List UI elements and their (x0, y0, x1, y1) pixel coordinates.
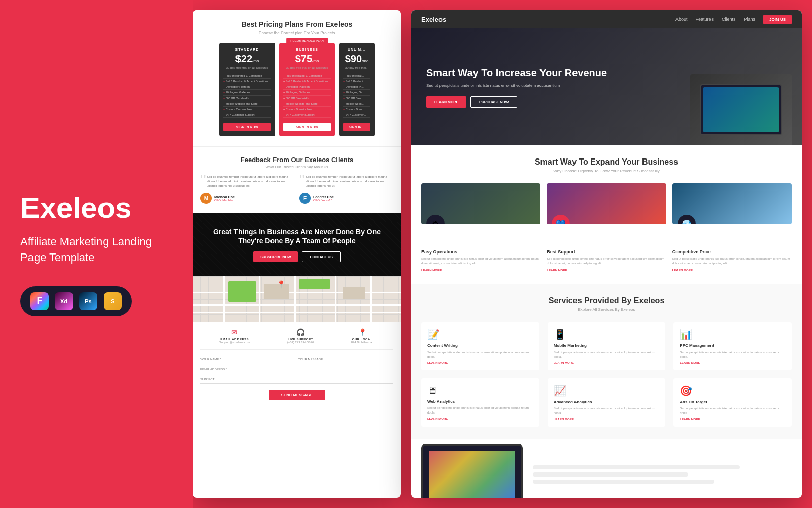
skeleton-line-2 (533, 472, 688, 477)
plan-unlimited-trial: 30 day free trial... (343, 66, 370, 69)
skeleton-line-1 (533, 465, 740, 469)
bc-text-1: Sed ut perspiciatis unde omnis iste natu… (421, 257, 540, 266)
map-green-1 (228, 281, 256, 302)
business-card-img-2: 💙 (547, 183, 666, 224)
service-link-5[interactable]: LEARN MORE (554, 418, 660, 421)
brand-title: Exeleos (20, 192, 173, 224)
service-link-6[interactable]: LEARN MORE (680, 418, 786, 421)
service-link-2[interactable]: LEARN MORE (554, 361, 660, 364)
testimonial-2-author: F Federer Doe CEO: Yours10 (299, 193, 393, 204)
service-title-4: Web Analytics (427, 399, 533, 404)
content-writing-icon: 📝 (427, 328, 533, 340)
plan-business: RECOMMENDED PLAN BUSINESS $75/mo 30 day … (279, 43, 335, 136)
business-card-img-3: 💎 (672, 183, 792, 224)
cta-headline: Great Things In Business Are Never Done … (203, 227, 391, 245)
right-screenshot-content: Exeleos About Features Clients Plans JOI… (411, 10, 802, 498)
nav-joinus-button[interactable]: JOIN US (763, 15, 792, 24)
subject-input[interactable] (200, 376, 393, 384)
contact-email: ✉ EMAIL ADDRESS Support@exeleos.com (219, 328, 250, 344)
service-link-3[interactable]: LEARN MORE (680, 361, 786, 364)
author-2-role: CEO: Yours10 (313, 199, 334, 202)
testimonials-grid: " Sed do eiusmod tempor incididunt ut la… (200, 175, 393, 204)
submit-button[interactable]: SEND MESSAGE (269, 390, 325, 400)
hero-buttons: LEARN MORE PURCHASE NOW (426, 96, 607, 108)
plan-unlimited-price: $90/mo (343, 53, 370, 65)
plan-standard-btn[interactable]: SIGN IN NOW (223, 123, 271, 131)
message-input[interactable] (298, 356, 394, 363)
left-panel: Exeleos Affiliate Marketing Landing Page… (0, 0, 193, 508)
bc-text-3: Sed ut perspiciatis unde omnis iste natu… (672, 257, 792, 266)
plan-business-btn[interactable]: SIGN IN NOW (283, 123, 331, 131)
service-link-1[interactable]: LEARN MORE (427, 361, 533, 364)
left-screenshot-content: Best Pricing Plans From Exeleos Choose t… (193, 10, 401, 498)
screenshot-right: Exeleos About Features Clients Plans JOI… (411, 10, 802, 498)
nav-brand: Exeleos (421, 16, 446, 23)
subscribe-button[interactable]: SUBSCRIBE NOW (253, 251, 298, 262)
plan-standard: STANDARD $22/mo 30 day free trial on all… (219, 43, 275, 136)
author-1-role: CEO: Mech4u (214, 199, 235, 202)
hero-title: Smart Way To Increase Your Revenue (426, 66, 607, 79)
testimonials-section: Feedback From Our Exeleos Clients What O… (193, 146, 401, 213)
plan-business-trial: 30 day free trial on all accounts (283, 66, 331, 69)
name-input[interactable] (200, 356, 296, 363)
bc-link-2[interactable]: LEARN MORE (547, 269, 666, 272)
brand-tagline: Affiliate Marketing Landing Page Templat… (20, 234, 173, 266)
business-card-img-1: ⚙ (421, 183, 540, 224)
business-cards: ⚙ Easy Operations Sed ut perspiciatis un… (421, 183, 792, 272)
plan-business-name: BUSINESS (283, 48, 331, 51)
bc-link-3[interactable]: LEARN MORE (672, 269, 792, 272)
learn-more-button[interactable]: LEARN MORE (426, 96, 466, 108)
services-title: Services Provided By Exeleos (421, 296, 792, 305)
business-section-title: Smart Way To Expand Your Business (421, 157, 792, 167)
map-road-v1 (223, 276, 225, 322)
bottom-preview (411, 439, 802, 498)
contact-form: SEND MESSAGE (200, 356, 393, 400)
plan-standard-trial: 30 day free trial on all accounts (223, 66, 271, 69)
pricing-subtitle: Choose the Correct plan For Your Project… (200, 30, 393, 35)
skeleton-line-3 (533, 480, 714, 484)
service-title-3: PPC Management (680, 343, 786, 348)
email-input[interactable] (200, 366, 393, 373)
cta-buttons: SUBSCRIBE NOW CONTACT US (203, 251, 391, 262)
bc-link-1[interactable]: LEARN MORE (421, 269, 540, 272)
location-icon: 📍 (351, 328, 375, 336)
service-title-1: Content Writing (427, 343, 533, 348)
xd-icon: Xd (55, 292, 73, 310)
business-card-3: 💎 Competitive Price Sed ut perspiciatis … (672, 183, 792, 272)
bc-title-3: Competitive Price (672, 249, 792, 255)
service-title-6: Ads On Target (680, 400, 786, 404)
plan-unlimited-btn[interactable]: SIGN IN... (343, 123, 370, 131)
pricing-cards: STANDARD $22/mo 30 day free trial on all… (200, 43, 393, 136)
plan-unlimited-name: UNLIM... (343, 48, 370, 51)
plan-business-price: $75/mo (283, 53, 331, 65)
bc-icon-1: ⚙ (426, 215, 445, 224)
plan-standard-name: STANDARD (223, 48, 271, 51)
nav-about[interactable]: About (675, 17, 688, 22)
testimonial-1: " Sed do eiusmod tempor incididunt ut la… (200, 175, 294, 204)
nav-plans[interactable]: Plans (743, 17, 755, 22)
service-text-3: Sed ut perspiciatis unde omnis iste natu… (680, 350, 786, 359)
bc-title-2: Best Support (547, 249, 666, 255)
service-text-6: Sed ut perspiciatis unde omnis iste natu… (680, 406, 786, 416)
hero-section: Smart Way To Increase Your Revenue Sed u… (411, 28, 802, 145)
map-section: 📍 (193, 276, 401, 322)
service-title-5: Advanced Analytics (554, 400, 660, 404)
services-section: Services Provided By Exeleos Explore All… (411, 284, 802, 439)
business-card-2: 💙 Best Support Sed ut perspiciatis unde … (547, 183, 666, 272)
author-2-info: Federer Doe CEO: Yours10 (313, 195, 334, 202)
quote-mark-1: " (200, 172, 206, 187)
contact-button[interactable]: CONTACT US (302, 251, 340, 262)
mobile-marketing-icon: 📱 (554, 328, 660, 340)
contact-location: 📍 OUR LOCA... 824 Bit Nilwana... (351, 328, 375, 344)
author-2-avatar: F (299, 193, 311, 204)
purchase-button[interactable]: PURCHASE NOW (470, 96, 517, 108)
screenshots-area: Best Pricing Plans From Exeleos Choose t… (183, 0, 812, 508)
nav-features[interactable]: Features (695, 17, 714, 22)
nav-clients[interactable]: Clients (722, 17, 736, 22)
plan-standard-features: Fully Integrated E-Commerce Sell 1 Produ… (223, 73, 271, 118)
email-value: Support@exeleos.com (219, 341, 250, 344)
screenshot-left: Best Pricing Plans From Exeleos Choose t… (193, 10, 401, 498)
hero-subtitle: Sed ut perspiciatis unde omnis iste natu… (426, 83, 607, 88)
business-section: Smart Way To Expand Your Business Why Ch… (411, 145, 802, 284)
service-link-4[interactable]: LEARN MORE (427, 417, 533, 420)
